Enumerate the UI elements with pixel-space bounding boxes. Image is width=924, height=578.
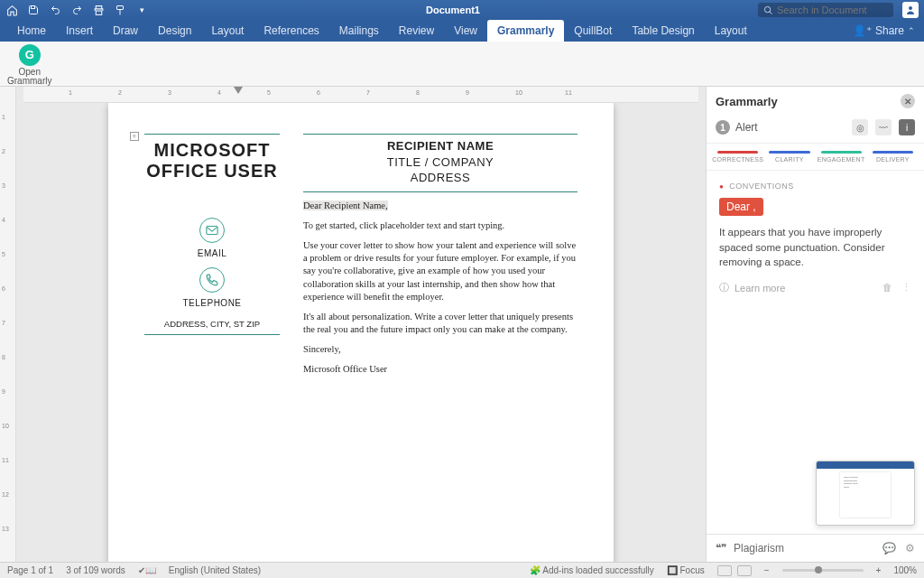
spellcheck-icon[interactable]: ✔📖	[138, 565, 156, 575]
tab-design[interactable]: Design	[148, 20, 201, 42]
sender-name[interactable]: MICROSOFTOFFICE USER	[144, 140, 280, 182]
format-painter-icon[interactable]	[114, 4, 126, 16]
svg-point-4	[909, 6, 912, 10]
tab-insert[interactable]: Insert	[56, 20, 103, 42]
signature[interactable]: Microsoft Office User	[303, 363, 578, 376]
tab-table-design[interactable]: Table Design	[622, 20, 704, 42]
tab-draw[interactable]: Draw	[103, 20, 148, 42]
category-clarity[interactable]: CLARITY	[763, 147, 815, 163]
page-indicator[interactable]: Page 1 of 1	[7, 565, 53, 575]
suggestion-explanation: It appears that you have improperly spac…	[719, 225, 911, 270]
svg-rect-1	[96, 11, 102, 14]
category-engagement[interactable]: ENGAGEMENT	[816, 147, 867, 163]
search-box[interactable]	[758, 3, 893, 17]
document-minimap[interactable]: ▬▬ ▬▬▬▬▬▬▬▬▬▬▬ ▬▬▬▬	[816, 461, 915, 526]
first-line-indent-marker[interactable]	[234, 87, 243, 94]
closing[interactable]: Sincerely,	[303, 343, 578, 356]
zoom-in-button[interactable]: +	[876, 565, 882, 575]
svg-point-3	[764, 6, 770, 12]
zoom-out-button[interactable]: −	[764, 565, 770, 575]
tab-grammarly[interactable]: Grammarly	[487, 20, 564, 42]
alert-summary-row[interactable]: 1 Alert ◎ 〰 i	[707, 116, 924, 143]
svg-rect-0	[32, 6, 35, 9]
view-buttons	[717, 565, 752, 576]
grammarly-panel-footer: ❝❞ Plagiarism 💬 ⚙	[707, 534, 924, 562]
hide-assistant-icon[interactable]: i	[899, 119, 915, 135]
svg-rect-2	[117, 5, 124, 9]
page[interactable]: + MICROSOFTOFFICE USER EMAIL TELEPHONE A…	[108, 103, 614, 562]
tab-layout-2[interactable]: Layout	[705, 20, 757, 42]
qat-dropdown-icon[interactable]: ▾	[135, 4, 148, 16]
tab-layout[interactable]: Layout	[201, 20, 254, 42]
phone-icon	[199, 267, 225, 293]
zoom-slider[interactable]	[782, 569, 864, 572]
search-icon	[763, 5, 773, 15]
web-layout-view-button[interactable]	[737, 565, 752, 576]
ribbon-tabs: Home Insert Draw Design Layout Reference…	[0, 20, 924, 42]
print-layout-view-button[interactable]	[717, 565, 732, 576]
goals-icon[interactable]: ◎	[852, 119, 868, 135]
suggestion-section-label: CONVENTIONS	[719, 182, 911, 191]
sender-address[interactable]: ADDRESS, CITY, ST ZIP	[144, 319, 280, 335]
word-count[interactable]: 3 of 109 words	[66, 565, 125, 575]
open-grammarly-button[interactable]: G OpenGrammarly	[7, 44, 51, 86]
print-icon[interactable]	[92, 4, 105, 16]
more-options-icon[interactable]: ⋮	[901, 282, 911, 294]
tab-quillbot[interactable]: QuillBot	[564, 20, 622, 42]
category-delivery[interactable]: DELIVERY	[867, 147, 919, 163]
open-grammarly-label: OpenGrammarly	[7, 68, 51, 86]
settings-gear-icon[interactable]: ⚙	[905, 542, 915, 555]
suggestion-chip[interactable]: Dear ,	[719, 198, 763, 216]
tab-view[interactable]: View	[444, 20, 487, 42]
table-insert-handle[interactable]: +	[130, 132, 139, 141]
user-avatar-icon[interactable]	[902, 2, 919, 18]
svg-rect-5	[207, 227, 217, 235]
tab-home[interactable]: Home	[7, 20, 56, 42]
sender-column: MICROSOFTOFFICE USER EMAIL TELEPHONE ADD…	[144, 134, 280, 562]
close-panel-button[interactable]: ✕	[901, 94, 915, 108]
addins-status[interactable]: 🧩 Add-ins loaded successfully	[530, 565, 654, 575]
tab-mailings[interactable]: Mailings	[329, 20, 389, 42]
share-icon: 👤⁺	[853, 24, 872, 37]
recipient-block[interactable]: RECIPIENT NAME TITLE / COMPANY ADDRESS	[303, 138, 578, 192]
focus-mode-button[interactable]: 🔲 Focus	[667, 565, 705, 575]
body-paragraph[interactable]: Use your cover letter to show how your t…	[303, 239, 578, 303]
tab-review[interactable]: Review	[389, 20, 444, 42]
save-icon[interactable]	[27, 4, 40, 16]
document-title: Document1	[148, 5, 758, 15]
quick-access-toolbar: ▾	[5, 4, 148, 16]
letter-body-column: RECIPIENT NAME TITLE / COMPANY ADDRESS D…	[303, 134, 578, 562]
grammarly-panel-header: Grammarly ✕	[707, 87, 924, 116]
greeting-line[interactable]: Dear Recipient Name,	[303, 200, 388, 210]
home-icon[interactable]	[5, 4, 18, 16]
document-canvas[interactable]: + MICROSOFTOFFICE USER EMAIL TELEPHONE A…	[16, 103, 706, 562]
horizontal-ruler: 1234567891011	[23, 87, 698, 103]
trash-icon[interactable]: 🗑	[882, 282, 892, 294]
feedback-icon[interactable]: 💬	[882, 542, 896, 555]
zoom-level[interactable]: 100%	[893, 565, 917, 575]
search-input[interactable]	[777, 5, 885, 15]
redo-icon[interactable]	[70, 4, 83, 16]
share-button[interactable]: 👤⁺ Share ⌃	[844, 20, 924, 42]
share-chevron-icon: ⌃	[908, 26, 915, 35]
alert-count-badge: 1	[716, 120, 730, 135]
body-paragraph[interactable]: To get started, click placeholder text a…	[303, 219, 578, 232]
vertical-ruler: 12345678910111213	[0, 87, 16, 562]
learn-more-link[interactable]: Learn more	[735, 283, 785, 294]
body-paragraph[interactable]: It's all about personalization. Write a …	[303, 311, 578, 336]
ribbon-body: G OpenGrammarly	[0, 42, 924, 87]
grammarly-panel-title: Grammarly	[716, 95, 778, 108]
status-bar: Page 1 of 1 3 of 109 words ✔📖 English (U…	[0, 562, 924, 578]
tab-references[interactable]: References	[254, 20, 328, 42]
workspace: 12345678910111213 1234567891011 + MICROS…	[0, 87, 924, 562]
language-indicator[interactable]: English (United States)	[169, 565, 261, 575]
grammarly-panel: Grammarly ✕ 1 Alert ◎ 〰 i CORRECTNESSCLA…	[706, 87, 924, 562]
email-label[interactable]: EMAIL	[144, 248, 280, 258]
email-icon	[199, 218, 225, 243]
plagiarism-button[interactable]: Plagiarism	[734, 542, 784, 555]
phone-label[interactable]: TELEPHONE	[144, 298, 280, 308]
alert-label: Alert	[735, 121, 758, 134]
performance-icon[interactable]: 〰	[875, 119, 892, 135]
category-correctness[interactable]: CORRECTNESS	[712, 147, 763, 163]
undo-icon[interactable]	[49, 4, 61, 16]
